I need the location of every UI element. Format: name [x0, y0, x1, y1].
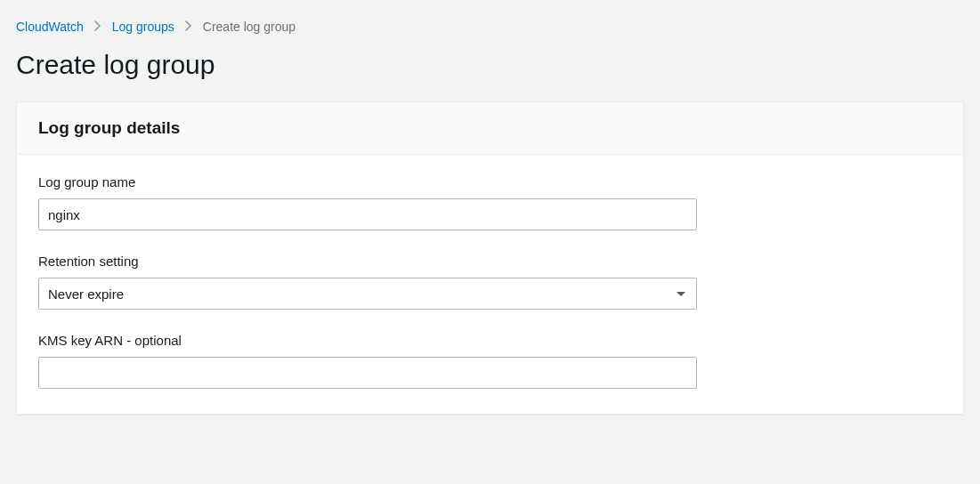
log-group-name-input[interactable]	[38, 198, 697, 230]
breadcrumb-current: Create log group	[203, 20, 296, 34]
kms-key-arn-label: KMS key ARN - optional	[38, 333, 942, 348]
retention-selected-value: Never expire	[48, 286, 124, 302]
panel-body: Log group name Retention setting Never e…	[17, 155, 963, 414]
form-group-log-group-name: Log group name	[38, 174, 942, 230]
log-group-details-panel: Log group details Log group name Retenti…	[16, 101, 964, 415]
chevron-right-icon	[185, 20, 192, 34]
form-group-kms-key-arn: KMS key ARN - optional	[38, 333, 942, 389]
retention-select-wrapper: Never expire	[38, 278, 697, 310]
retention-label: Retention setting	[38, 254, 942, 269]
breadcrumb-link-log-groups[interactable]: Log groups	[112, 20, 174, 34]
form-group-retention: Retention setting Never expire	[38, 254, 942, 310]
breadcrumb-link-cloudwatch[interactable]: CloudWatch	[16, 20, 84, 34]
breadcrumb: CloudWatch Log groups Create log group	[0, 0, 980, 34]
kms-key-arn-input[interactable]	[38, 357, 697, 389]
page-title: Create log group	[0, 34, 980, 101]
log-group-name-label: Log group name	[38, 174, 942, 190]
retention-select[interactable]: Never expire	[38, 278, 697, 310]
chevron-right-icon	[94, 20, 101, 34]
panel-heading: Log group details	[38, 118, 942, 138]
panel-header: Log group details	[17, 102, 963, 155]
